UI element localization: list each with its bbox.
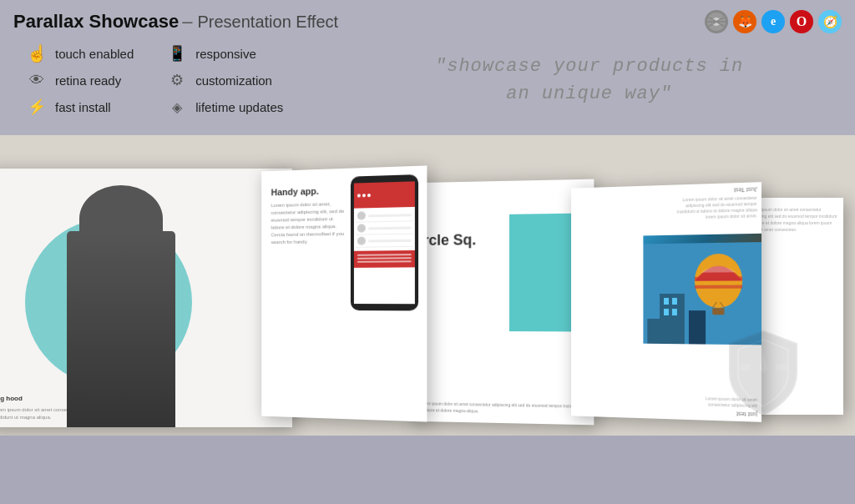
quote-text: "showcase your products in an unique way… bbox=[435, 53, 743, 108]
slide-3-text: Lorem ipsum dolor sit amet consectetur a… bbox=[419, 401, 585, 416]
phone-icon: 📱 bbox=[167, 43, 187, 63]
phone-list-item-3 bbox=[356, 234, 413, 248]
feature-updates-label: lifetime updates bbox=[195, 100, 283, 114]
svg-rect-12 bbox=[689, 310, 706, 345]
feature-customization: ⚙ customization bbox=[167, 70, 283, 90]
phone-list-item-1 bbox=[356, 209, 413, 223]
phone-header bbox=[354, 181, 415, 208]
feature-touch: ☝ touch enabled bbox=[27, 43, 134, 63]
title-separator: – bbox=[182, 11, 197, 32]
person-silhouette bbox=[67, 185, 175, 427]
shield-watermark bbox=[721, 327, 805, 419]
layers-icon: ◈ bbox=[167, 97, 187, 117]
feature-retina-label: retina ready bbox=[55, 73, 121, 88]
svg-rect-13 bbox=[647, 319, 660, 345]
quote-area: "showcase your products in an unique way… bbox=[316, 43, 828, 117]
feature-responsive-label: responsive bbox=[195, 47, 256, 61]
feature-install-label: fast install bbox=[55, 100, 111, 114]
features-col-1: ☝ touch enabled 👁 retina ready ⚡ fast in… bbox=[27, 43, 134, 117]
slide-2-title: Handy app. bbox=[271, 186, 319, 198]
title-subtitle: Presentation Effect bbox=[197, 13, 338, 31]
slide-3-title: rcle Sq. bbox=[423, 231, 477, 249]
features-col-2: 📱 responsive ⚙ customization ◈ lifetime … bbox=[167, 43, 283, 117]
avatar-1 bbox=[357, 211, 366, 219]
ie-icon: e bbox=[761, 10, 785, 33]
slide-4-desc-top: Lorem ipsum dolor sit amet consectetur a… bbox=[672, 195, 757, 221]
touch-icon: ☝ bbox=[27, 43, 47, 63]
phone-screen bbox=[354, 181, 415, 304]
phone-white-line-2 bbox=[357, 257, 412, 260]
slide-2-inner: Handy app. Lorem ipsum dolor sit amet, c… bbox=[261, 165, 427, 421]
svg-rect-8 bbox=[695, 285, 742, 289]
eye-icon: 👁 bbox=[27, 70, 47, 90]
title-main: Parallax Showcase bbox=[13, 11, 179, 32]
feature-install: ⚡ fast install bbox=[27, 97, 134, 117]
shield-icon bbox=[721, 327, 805, 419]
avatar-2 bbox=[357, 224, 366, 232]
gear-icon: ⚙ bbox=[167, 70, 187, 90]
features-area: ☝ touch enabled 👁 retina ready ⚡ fast in… bbox=[13, 43, 842, 129]
slide-1-title: ring hood bbox=[0, 395, 23, 402]
nav-dot-2 bbox=[362, 194, 366, 197]
slide-3: rcle Sq. Lorem ipsum dolor sit amet cons… bbox=[411, 179, 594, 426]
svg-rect-3 bbox=[672, 298, 677, 305]
slide-3-inner: rcle Sq. Lorem ipsum dolor sit amet cons… bbox=[411, 179, 594, 426]
phone-nav bbox=[357, 194, 371, 197]
line-3 bbox=[368, 239, 412, 242]
slide-2-text: Lorem ipsum dolor sit amet, consectetur … bbox=[271, 200, 347, 246]
svg-rect-7 bbox=[695, 276, 742, 280]
firefox-icon: 🦊 bbox=[733, 10, 756, 33]
feature-updates: ◈ lifetime updates bbox=[167, 97, 283, 117]
browser-icons-group: 🦊 e O 🧭 bbox=[705, 10, 842, 33]
phone-white-line-3 bbox=[357, 260, 412, 263]
avatar-3 bbox=[357, 237, 366, 245]
phone-mockup bbox=[351, 174, 418, 310]
slide-1-inner: ring hood Lorem ipsum dolor sit amet con… bbox=[0, 169, 292, 427]
svg-rect-9 bbox=[712, 308, 724, 315]
nav-dot-1 bbox=[357, 194, 361, 197]
slide-2: Handy app. Lorem ipsum dolor sit amet, c… bbox=[261, 165, 427, 421]
feature-touch-label: touch enabled bbox=[55, 47, 134, 61]
opera-icon: O bbox=[790, 10, 813, 33]
svg-rect-4 bbox=[664, 309, 669, 315]
safari-icon: 🧭 bbox=[818, 10, 842, 33]
feature-retina: 👁 retina ready bbox=[27, 70, 134, 90]
nav-dot-3 bbox=[367, 194, 371, 197]
lightning-icon: ⚡ bbox=[27, 97, 47, 117]
phone-white-line-1 bbox=[357, 254, 412, 256]
phone-red-section bbox=[354, 250, 415, 268]
page-title: Parallax Showcase – Presentation Effect bbox=[13, 11, 338, 33]
svg-rect-2 bbox=[664, 298, 669, 305]
phone-list-item-2 bbox=[356, 221, 413, 234]
showcase-area: ring hood Lorem ipsum dolor sit amet con… bbox=[0, 135, 855, 436]
svg-rect-5 bbox=[672, 309, 677, 315]
feature-responsive: 📱 responsive bbox=[167, 43, 283, 63]
phone-content bbox=[354, 207, 415, 249]
slide-1: ring hood Lorem ipsum dolor sit amet con… bbox=[0, 169, 292, 427]
line-2 bbox=[368, 226, 412, 229]
header: Parallax Showcase – Presentation Effect … bbox=[0, 0, 855, 135]
title-row: Parallax Showcase – Presentation Effect … bbox=[13, 10, 842, 33]
chrome-icon bbox=[705, 10, 728, 33]
line-1 bbox=[368, 214, 412, 217]
feature-customization-label: customization bbox=[195, 73, 272, 88]
slide-4-title: Just Test bbox=[733, 186, 756, 193]
